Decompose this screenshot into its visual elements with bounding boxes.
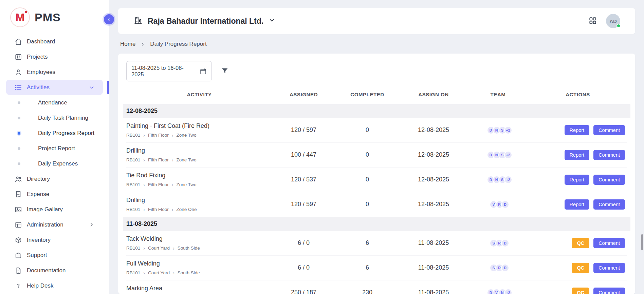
app-logo: M — [10, 7, 30, 27]
sidebar-item-label: Inventory — [27, 237, 51, 243]
column-header-team: TEAM — [467, 92, 529, 97]
qc-button[interactable]: QC — [572, 238, 589, 248]
support-icon — [14, 251, 22, 259]
activity-path: RB101›Fifth Floor›Zone Two — [126, 182, 265, 187]
assigned-value: 120 / 597 — [272, 201, 335, 208]
activity-cell: Painting - First Coat (Fire Red) RB101›F… — [126, 122, 272, 138]
path-segment: Zone Two — [176, 133, 196, 138]
team-more-badge[interactable]: +2 — [504, 151, 512, 159]
breadcrumb-current: Daily Progress Report — [150, 41, 206, 47]
sidebar-item-activities[interactable]: Activities — [6, 80, 103, 95]
sidebar-item-administration[interactable]: Administration — [6, 217, 103, 232]
sidebar-subitem-label: Daily Progress Report — [38, 130, 94, 137]
chevron-left-icon: ‹ — [108, 16, 110, 22]
sidebar-subitem-attendance[interactable]: Attendance — [6, 95, 103, 110]
table-row: Tack Welding RB101›Court Yard›South Side… — [126, 231, 627, 256]
team-member-badge[interactable]: D — [501, 239, 509, 247]
question-mark-icon — [14, 282, 22, 290]
team-member-badge[interactable]: D — [501, 264, 509, 272]
chevron-down-icon — [89, 84, 95, 91]
sidebar-item-dashboard[interactable]: Dashboard — [6, 34, 103, 49]
submenu-dot-icon — [18, 132, 20, 135]
path-segment: Court Yard — [148, 246, 170, 251]
path-separator-icon: › — [172, 182, 173, 187]
activity-path: RB101›Fifth Floor›Zone Two — [126, 157, 265, 162]
assigned-value: 120 / 597 — [272, 126, 335, 134]
team-more-badge[interactable]: +2 — [504, 289, 512, 294]
comment-button[interactable]: Comment — [593, 288, 625, 294]
app-logo-row: M PMS — [0, 0, 109, 33]
sidebar-subitem-daily-progress-report[interactable]: Daily Progress Report — [6, 125, 103, 141]
activity-cell: Drilling RB101›Fifth Floor›Zone One — [126, 197, 272, 212]
report-button[interactable]: Report — [565, 150, 590, 160]
report-button[interactable]: Report — [565, 175, 590, 185]
team-avatars: VRD — [467, 200, 529, 209]
sidebar-subitem-daily-task-planning[interactable]: Daily Task Planning — [6, 110, 103, 125]
team-more-badge[interactable]: +2 — [504, 126, 512, 134]
scrollbar-thumb[interactable] — [641, 234, 643, 250]
activity-cell: Tack Welding RB101›Court Yard›South Side — [126, 235, 272, 251]
sidebar-item-documentation[interactable]: Documentation — [6, 263, 103, 278]
sidebar-item-inventory[interactable]: Inventory — [6, 232, 103, 248]
sidebar-item-expense[interactable]: Expense — [6, 187, 103, 202]
company-selector[interactable]: Raja Bahadur International Ltd. — [134, 16, 275, 26]
comment-button[interactable]: Comment — [593, 263, 625, 273]
comment-button[interactable]: Comment — [593, 125, 625, 135]
date-range-input[interactable]: 11-08-2025 to 16-08-2025 — [126, 61, 212, 81]
sidebar-item-employees[interactable]: Employees — [6, 64, 103, 80]
team-more-badge[interactable]: +2 — [504, 176, 512, 184]
breadcrumb-home-link[interactable]: Home — [120, 41, 135, 47]
team-member-badge[interactable]: D — [501, 200, 509, 209]
sidebar-subitem-daily-expenses[interactable]: Daily Expenses — [6, 156, 103, 171]
report-button[interactable]: Report — [565, 199, 590, 210]
apps-grid-button[interactable] — [588, 16, 597, 26]
assign-on-value: 12-08-2025 — [400, 176, 467, 183]
sidebar-collapse-button[interactable]: ‹ — [104, 14, 114, 24]
app-logo-letter: M — [16, 11, 25, 24]
sidebar-item-projects[interactable]: Projects — [6, 49, 103, 64]
sidebar-item-help-desk[interactable]: Help Desk — [6, 278, 103, 293]
sidebar-subitem-label: Project Report — [38, 145, 75, 152]
path-separator-icon: › — [172, 133, 173, 138]
comment-button[interactable]: Comment — [593, 175, 625, 185]
filter-button[interactable] — [221, 67, 229, 76]
table-header: ACTIVITY ASSIGNED COMPLETED ASSIGN ON TE… — [126, 90, 627, 104]
sidebar-item-support[interactable]: Support — [6, 248, 103, 263]
report-button[interactable]: Report — [565, 125, 590, 135]
group-date-row: 11-08-2025 — [123, 217, 630, 231]
user-avatar[interactable]: AD — [606, 14, 620, 28]
sidebar-item-label: Help Desk — [27, 282, 53, 289]
path-separator-icon: › — [143, 158, 145, 162]
table-row: Full Welding RB101›Court Yard›South Side… — [126, 256, 627, 280]
completed-value: 230 — [335, 289, 400, 294]
comment-button[interactable]: Comment — [593, 150, 625, 160]
activity-name: Drilling — [126, 197, 265, 204]
path-segment: RB101 — [126, 246, 140, 251]
image-icon — [14, 205, 22, 214]
activity-name: Drilling — [126, 147, 265, 154]
path-segment: Zone Two — [176, 157, 196, 162]
sidebar-item-label: Administration — [27, 221, 63, 228]
comment-button[interactable]: Comment — [593, 238, 625, 248]
sidebar-item-label: Projects — [27, 54, 48, 60]
path-segment: Fifth Floor — [148, 207, 169, 212]
completed-value: 0 — [335, 201, 400, 208]
qc-button[interactable]: QC — [572, 263, 589, 273]
activity-path: RB101›Fifth Floor›Zone Two — [126, 133, 265, 138]
sidebar-subitem-project-report[interactable]: Project Report — [6, 141, 103, 156]
comment-button[interactable]: Comment — [593, 199, 625, 210]
app-name: PMS — [35, 11, 61, 24]
page-scrollbar[interactable] — [641, 0, 643, 294]
activity-name: Tie Rod Fixing — [126, 172, 265, 179]
path-separator-icon: › — [173, 271, 174, 275]
table-row: Drilling RB101›Fifth Floor›Zone One 120 … — [126, 192, 627, 217]
path-separator-icon: › — [172, 207, 173, 212]
path-segment: RB101 — [126, 182, 140, 187]
sidebar-item-image-gallery[interactable]: Image Gallary — [6, 202, 103, 217]
qc-button[interactable]: QC — [572, 288, 589, 294]
path-separator-icon: › — [143, 207, 145, 212]
assign-on-value: 12-08-2025 — [400, 201, 467, 208]
activity-name: Marking Area — [126, 285, 265, 292]
sidebar-item-directory[interactable]: Directory — [6, 171, 103, 187]
row-actions: QCComment — [529, 263, 627, 273]
